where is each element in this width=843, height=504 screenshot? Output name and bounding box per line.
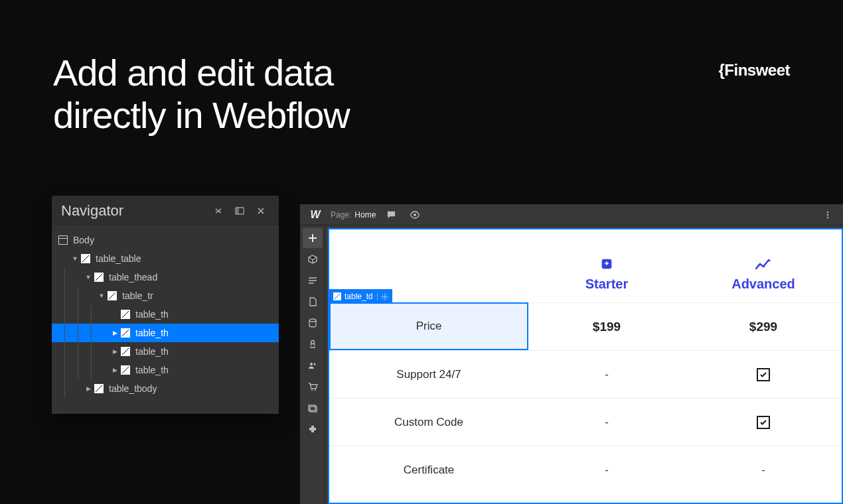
svg-point-5 [827,216,828,218]
svg-point-4 [827,214,828,215]
chevron-down-icon[interactable]: ▼ [85,274,92,281]
box-icon[interactable] [303,249,323,269]
svg-point-3 [827,211,828,212]
row-label-cell[interactable]: Support 24/7 [329,350,528,398]
page-icon [58,235,68,245]
assets-icon[interactable] [303,334,323,354]
tree-label: table_table [96,253,141,264]
svg-point-18 [384,296,386,298]
brand-logo: {Finsweet [718,61,790,80]
value-cell[interactable]: - [528,350,685,398]
sparkle-icon [599,257,614,271]
svg-point-9 [313,363,315,365]
svg-point-10 [311,390,313,391]
svg-point-17 [768,259,770,261]
value-cell[interactable]: - [685,446,842,493]
chevron-down-icon[interactable]: ▼ [98,292,105,299]
selection-tag[interactable]: table_td [329,289,392,304]
price-value: $299 [749,320,777,334]
plan-header: Starter [528,229,685,302]
tree-row-body[interactable]: Body [52,231,279,249]
check-icon [757,416,770,429]
gear-icon[interactable] [377,293,388,300]
div-block-icon [81,254,90,263]
row-label-cell[interactable]: table_tdPrice [329,302,528,350]
tree-row[interactable]: table_th [52,305,279,324]
designer-window: W Page: Home [300,204,843,504]
check-icon [757,368,770,381]
row-label-cell[interactable]: Custom Code [329,398,528,446]
value-cell[interactable] [685,350,842,398]
comment-icon[interactable] [382,206,400,223]
hero-title: Add and edit data directly in Webflow [53,52,350,137]
selection-tag-label: table_td [345,292,373,301]
tree-label: table_th [135,365,169,375]
plan-header: Advanced [685,229,842,302]
chevron-right-icon[interactable]: ▶ [112,348,118,355]
div-block-icon [121,365,130,375]
svg-point-11 [315,390,316,391]
value-cell[interactable]: $299 [685,302,842,350]
chevron-right-icon[interactable]: ▶ [112,330,118,336]
users-icon[interactable] [303,355,323,375]
close-icon[interactable] [252,202,269,220]
tree-label: table_tr [122,290,153,301]
svg-point-16 [763,265,765,267]
collapse-icon[interactable] [210,202,227,220]
tree-row[interactable]: ▶table_tbody [52,379,279,398]
div-block-icon [121,310,130,319]
tree-label: table_th [135,328,169,338]
trend-icon [755,258,772,271]
chevron-right-icon[interactable]: ▶ [112,367,118,373]
tree-label: table_thead [109,272,157,283]
navigator-tree: Body ▼table_table▼table_thead▼table_trta… [52,227,279,414]
plan-name: Advanced [731,277,795,292]
svg-point-8 [310,363,313,365]
images-icon[interactable] [303,398,323,418]
navigator-title: Navigator [61,202,206,220]
tool-rail [300,225,325,504]
value-cell[interactable] [685,398,842,446]
svg-point-2 [414,214,416,216]
preview-icon[interactable] [406,206,423,223]
tree-row[interactable]: ▼table_tr [52,286,279,305]
value-cell[interactable]: - [528,398,685,446]
cms-icon[interactable] [303,313,323,333]
tree-row[interactable]: ▼table_table [52,249,279,268]
pages-icon[interactable] [303,292,323,312]
price-value: $199 [593,320,621,334]
design-canvas[interactable]: StarterAdvancedtable_tdPrice$199$299Supp… [328,228,843,504]
ecommerce-icon[interactable] [303,377,323,397]
page-name[interactable]: Home [354,210,376,220]
svg-rect-1 [236,208,239,214]
add-element-button[interactable] [303,228,323,248]
webflow-logo-icon[interactable]: W [307,206,324,223]
tree-row[interactable]: ▶table_th [52,324,279,342]
div-block-icon [94,384,104,393]
chevron-down-icon[interactable]: ▼ [72,255,78,262]
tree-label: table_th [135,309,169,320]
div-block-icon [121,347,130,356]
designer-topbar: W Page: Home [300,204,843,225]
layout-icon[interactable] [303,271,323,290]
div-block-icon [121,328,130,338]
more-icon[interactable] [819,206,836,223]
panel-toggle-icon[interactable] [231,202,248,220]
value-cell[interactable]: $199 [528,302,685,350]
value-cell[interactable]: - [528,446,685,493]
tree-label: table_tbody [109,383,157,394]
chevron-right-icon[interactable]: ▶ [85,385,92,392]
tree-label: table_th [135,346,169,357]
tree-row[interactable]: ▼table_thead [52,268,279,286]
div-block-icon [108,291,117,300]
page-label: Page: [331,210,351,220]
plan-name: Starter [585,277,628,292]
svg-point-7 [311,341,314,344]
apps-icon[interactable] [303,419,323,439]
svg-point-15 [757,264,759,266]
div-block-icon [333,292,341,300]
tree-row[interactable]: ▶table_th [52,361,279,379]
row-label-cell[interactable]: Certificate [329,446,528,493]
navigator-panel: Navigator Body ▼table_table▼table_thead▼… [52,196,279,414]
tree-row[interactable]: ▶table_th [52,342,279,361]
